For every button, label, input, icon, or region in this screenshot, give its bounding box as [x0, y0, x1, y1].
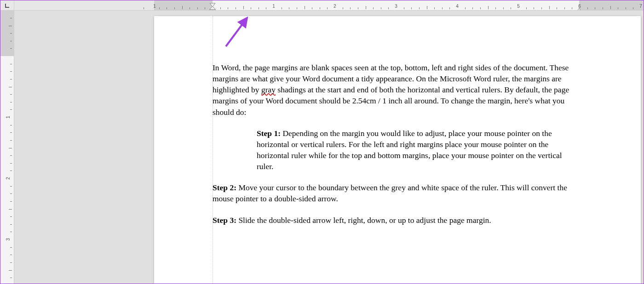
tab-stop-icon — [4, 2, 11, 9]
horizontal-ruler[interactable]: 1 1 2 3 4 5 6 7 — [14, 0, 644, 11]
hruler-left-margin-region[interactable] — [154, 0, 213, 10]
hruler-number: 1 — [153, 4, 156, 9]
document-workspace: In Word, the page margins are blank spac… — [14, 11, 644, 284]
paragraph-intro[interactable]: In Word, the page margins are blank spac… — [213, 62, 579, 118]
ruler-corner[interactable] — [0, 0, 14, 11]
step-text: Slide the double-sided arrow left, right… — [238, 216, 491, 225]
right-indent-marker[interactable] — [576, 6, 582, 11]
hruler-number: 2 — [334, 4, 336, 9]
hruler-number: 3 — [395, 4, 397, 9]
hruler-number: 7 — [639, 4, 642, 9]
document-body[interactable]: In Word, the page margins are blank spac… — [213, 62, 579, 236]
vruler-number: 3 — [6, 238, 11, 241]
step-label: Step 1: — [257, 129, 281, 138]
step-label: Step 3: — [213, 216, 236, 225]
up-caret-box-icon — [209, 6, 216, 11]
step-label: Step 2: — [213, 183, 236, 192]
hruler-number: 5 — [517, 4, 520, 9]
hruler-number: 4 — [456, 4, 459, 9]
vruler-number: 1 — [6, 116, 11, 119]
paragraph-step-2[interactable]: Step 2: Move your cursor to the boundary… — [213, 182, 579, 204]
step-text: Depending on the margin you would like t… — [257, 129, 562, 171]
paragraph-step-1[interactable]: Step 1: Depending on the margin you woul… — [257, 128, 579, 172]
svg-marker-1 — [210, 6, 215, 10]
vruler-page-region[interactable] — [0, 56, 14, 284]
intro-text: In Word, the page margins are blank spac… — [213, 63, 569, 117]
paragraph-step-3[interactable]: Step 3: Slide the double-sided arrow lef… — [213, 215, 579, 226]
page[interactable]: In Word, the page margins are blank spac… — [154, 16, 641, 284]
vruler-number: 2 — [6, 177, 11, 180]
left-margin-indent-marker[interactable] — [209, 6, 216, 11]
step-text: Move your cursor to the boundary between… — [213, 183, 567, 203]
spellcheck-flag[interactable]: gray — [261, 85, 276, 94]
hruler-right-margin-region[interactable] — [579, 0, 644, 10]
hruler-number: 1 — [272, 4, 275, 9]
vertical-ruler[interactable]: 1 2 3 — [0, 11, 14, 284]
